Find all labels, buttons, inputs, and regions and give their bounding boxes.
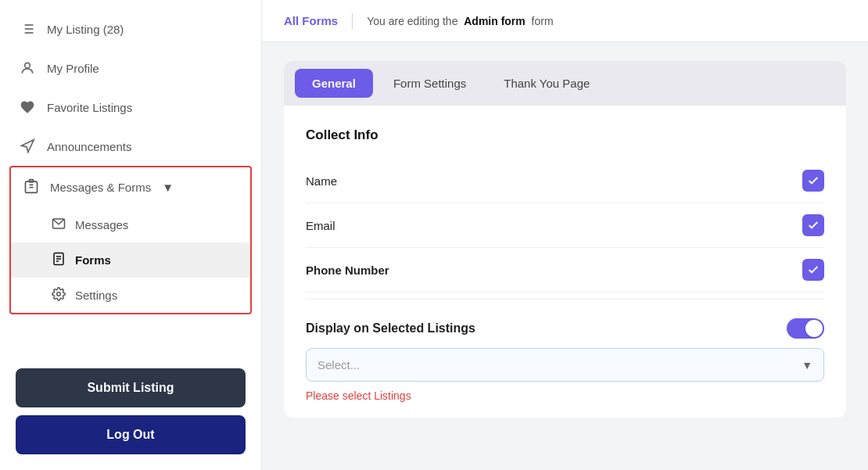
sidebar-item-favorite-listings[interactable]: Favorite Listings: [0, 88, 261, 127]
submit-listing-button[interactable]: Submit Listing: [16, 368, 246, 407]
sidebar-item-settings[interactable]: Settings: [11, 278, 250, 313]
collect-info-title: Collect Info: [306, 127, 824, 143]
svg-point-16: [57, 292, 61, 296]
submenu-item-label: Messages: [75, 218, 128, 231]
submenu-label: Messages & Forms: [50, 181, 151, 194]
sidebar-item-label: Announcements: [47, 140, 242, 153]
sidebar-item-label: Favorite Listings: [47, 101, 242, 114]
envelope-icon: [52, 217, 66, 233]
error-text: Please select Listings: [306, 389, 824, 402]
display-row: Display on Selected Listings: [306, 306, 824, 348]
topbar: All Forms You are editing the Admin form…: [262, 0, 868, 42]
form-card: General Form Settings Thank You Page Col…: [284, 61, 846, 418]
checkbox-phone[interactable]: [802, 259, 824, 281]
list-icon: [19, 20, 36, 38]
select-placeholder: Select...: [317, 358, 802, 371]
document-icon: [52, 252, 66, 268]
sidebar-item-my-listing[interactable]: My Listing (28): [0, 9, 261, 48]
sidebar-item-announcements[interactable]: Announcements: [0, 127, 261, 166]
topbar-divider: [352, 13, 353, 29]
sidebar-item-label: My Profile: [47, 62, 242, 75]
display-toggle[interactable]: [787, 318, 824, 339]
main-content: All Forms You are editing the Admin form…: [262, 0, 868, 470]
submenu-item-label: Forms: [75, 253, 111, 267]
sidebar-buttons: Submit Listing Log Out: [0, 356, 261, 470]
chevron-down-icon: ▼: [162, 181, 174, 194]
gear-icon: [52, 287, 66, 303]
form-body: Collect Info Name Email: [284, 106, 846, 418]
sidebar-submenu-header[interactable]: Messages & Forms ▼: [11, 167, 250, 207]
sidebar-item-label: My Listing (28): [47, 23, 242, 36]
checkbox-name[interactable]: [802, 170, 824, 192]
topbar-editing-text: You are editing the Admin form form: [367, 15, 553, 27]
tabs-bar: General Form Settings Thank You Page: [284, 61, 846, 106]
sidebar-submenu-messages-forms: Messages & Forms ▼ Messages: [9, 166, 252, 314]
sidebar-item-my-profile[interactable]: My Profile: [0, 48, 261, 88]
field-label-email: Email: [306, 219, 802, 232]
field-label-name: Name: [306, 174, 802, 188]
log-out-button[interactable]: Log Out: [16, 415, 246, 454]
field-label-phone: Phone Number: [306, 264, 802, 277]
content-area: General Form Settings Thank You Page Col…: [262, 42, 868, 470]
checkbox-email[interactable]: [802, 214, 824, 236]
toggle-knob: [805, 320, 823, 337]
chevron-down-icon: ▼: [802, 359, 812, 371]
heart-icon: [19, 99, 36, 116]
submenu-item-label: Settings: [75, 289, 117, 302]
sidebar: My Listing (28) My Profile Favorite List…: [0, 0, 262, 470]
clipboard-icon: [23, 178, 39, 196]
all-forms-link[interactable]: All Forms: [284, 14, 338, 27]
tab-form-settings[interactable]: Form Settings: [376, 69, 483, 98]
display-label: Display on Selected Listings: [306, 321, 787, 335]
section-divider: [306, 299, 824, 300]
tab-thank-you-page[interactable]: Thank You Page: [486, 69, 607, 98]
user-icon: [19, 59, 36, 77]
svg-point-6: [25, 63, 30, 68]
sidebar-item-messages[interactable]: Messages: [11, 207, 250, 242]
field-row-email: Email: [306, 203, 824, 248]
tab-general[interactable]: General: [295, 69, 373, 98]
sidebar-item-forms[interactable]: Forms: [11, 242, 250, 278]
megaphone-icon: [19, 138, 36, 155]
select-dropdown[interactable]: Select... ▼: [306, 348, 824, 382]
field-row-phone: Phone Number: [306, 248, 824, 292]
sidebar-nav: My Listing (28) My Profile Favorite List…: [0, 0, 261, 356]
field-row-name: Name: [306, 159, 824, 203]
